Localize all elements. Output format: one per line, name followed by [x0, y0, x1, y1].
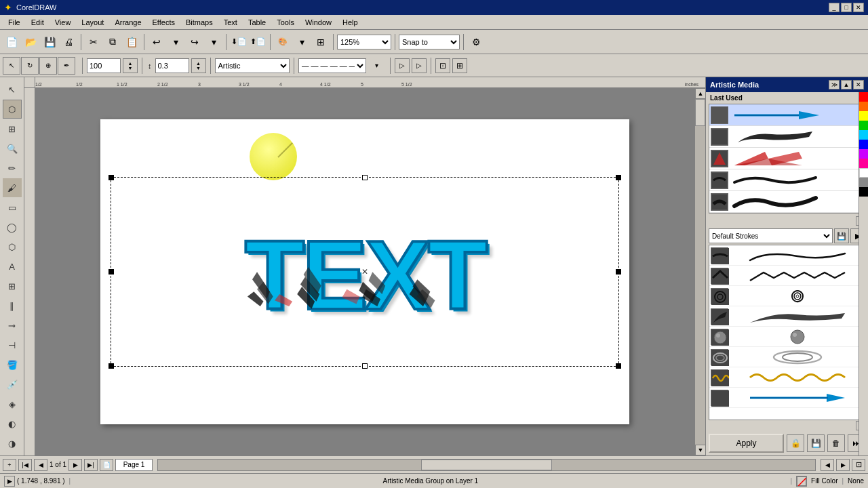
save-btn[interactable]: 💾	[807, 434, 825, 452]
vertical-scrollbar[interactable]: ▲ ▼	[694, 88, 705, 455]
panel-minimize-btn[interactable]: ▲	[841, 80, 852, 89]
undo-button[interactable]: ↩	[148, 33, 165, 51]
menu-window[interactable]: Window	[300, 17, 337, 28]
tool-text[interactable]: A	[3, 257, 22, 276]
stroke-row-8[interactable]	[709, 388, 865, 408]
minimize-button[interactable]: _	[829, 3, 840, 12]
color-pink[interactable]	[859, 159, 868, 168]
handle-tm[interactable]	[362, 175, 368, 180]
tool-parallel[interactable]: ∥	[3, 296, 22, 315]
color-mode-dropdown[interactable]: ▾	[293, 33, 311, 51]
tool-measure[interactable]: ⊣	[3, 336, 22, 354]
menu-view[interactable]: View	[50, 17, 77, 28]
zoom-select[interactable]: 125% 100% 75% 50%	[337, 35, 391, 49]
handle-tr[interactable]	[616, 175, 621, 180]
redo-button[interactable]: ↪	[186, 33, 203, 51]
media-item-4[interactable]	[709, 169, 865, 191]
default-strokes-select[interactable]: Default Strokes	[709, 228, 833, 243]
lock-btn[interactable]: 🔒	[787, 434, 804, 452]
stroke-row-3[interactable]	[709, 286, 865, 306]
color-gray[interactable]	[859, 178, 868, 187]
stroke-row-2[interactable]	[709, 266, 865, 286]
undo-dropdown[interactable]: ▾	[167, 33, 184, 51]
scroll-left-btn[interactable]: ◀	[821, 459, 834, 471]
scroll-down-btn[interactable]: ▼	[695, 445, 705, 455]
dash-select[interactable]: — — — — — —	[298, 58, 366, 73]
tool-freehand[interactable]: ✏	[3, 159, 22, 178]
tool-rectangle[interactable]: ▭	[3, 198, 22, 217]
page-doc-btn[interactable]: 📄	[100, 459, 113, 471]
tool-ellipse[interactable]: ◯	[3, 218, 22, 237]
save-stroke-btn[interactable]: 💾	[834, 228, 849, 243]
dash-type-btn[interactable]: ▾	[368, 57, 386, 75]
scroll-track-v[interactable]	[695, 99, 705, 445]
page-prev-btn[interactable]: ◀	[34, 459, 47, 471]
apply-button[interactable]: Apply	[709, 434, 784, 453]
menu-bitmaps[interactable]: Bitmaps	[180, 17, 218, 28]
color-yellow[interactable]	[859, 111, 868, 121]
tool-rotate[interactable]: ↻	[21, 57, 39, 75]
page-name-input[interactable]	[115, 459, 153, 471]
horizontal-scrollbar[interactable]	[157, 459, 816, 471]
menu-tools[interactable]: Tools	[271, 17, 300, 28]
width-input[interactable]	[155, 58, 189, 73]
tool-polygon[interactable]: ⬡	[3, 237, 22, 256]
handle-ml[interactable]	[108, 269, 114, 274]
cut-button[interactable]: ✂	[85, 33, 102, 51]
scroll-thumb-v[interactable]	[695, 99, 705, 126]
tool-zoom[interactable]: 🔍	[3, 139, 22, 158]
tool-interactive-fill[interactable]: ◈	[3, 394, 22, 413]
stroke-row-4[interactable]	[709, 306, 865, 327]
tool-connector[interactable]: ⊸	[3, 316, 22, 335]
delete-btn[interactable]: 🗑	[827, 434, 845, 452]
tool-transparency[interactable]: ◑	[3, 434, 22, 453]
end-arrow-btn[interactable]: ▷	[412, 58, 427, 73]
copy-button[interactable]: ⧉	[104, 33, 121, 51]
menu-table[interactable]: Table	[243, 17, 271, 28]
color-black[interactable]	[859, 187, 868, 197]
redo-dropdown[interactable]: ▾	[205, 33, 222, 51]
menu-edit[interactable]: Edit	[26, 17, 50, 28]
panel-close-btn[interactable]: ✕	[853, 80, 864, 89]
fit-btn[interactable]: ⊡	[435, 58, 450, 73]
color-green[interactable]	[859, 121, 868, 130]
tool-artistic-media[interactable]: 🖌	[3, 178, 22, 197]
stroke-row-5[interactable]	[709, 327, 865, 347]
color-blue[interactable]	[859, 140, 868, 149]
menu-file[interactable]: File	[3, 17, 26, 28]
tool-pen[interactable]: ✒	[58, 57, 75, 75]
grid-btn[interactable]: ⊞	[452, 58, 467, 73]
tool-crop[interactable]: ⊞	[3, 119, 22, 138]
color-red[interactable]	[859, 92, 868, 102]
menu-effects[interactable]: Effects	[147, 17, 180, 28]
tool-select[interactable]: ↖	[3, 80, 22, 99]
tool-dropper[interactable]: 💉	[3, 375, 22, 394]
handle-bm[interactable]	[362, 363, 368, 369]
canvas-area[interactable]: TEXT	[35, 88, 694, 455]
print-button[interactable]: 🖨	[60, 33, 77, 51]
media-item-5[interactable]	[709, 191, 865, 213]
snap-to-select[interactable]: Snap to	[399, 35, 460, 49]
style-select[interactable]: Artistic	[215, 58, 290, 73]
canvas-wrapper[interactable]: 1/2 1/2 1 1/2 2 1/2 3 3 1/2 4 4 1/2 5 5 …	[24, 77, 705, 455]
color-orange[interactable]	[859, 102, 868, 111]
size-input[interactable]	[87, 58, 121, 73]
coord-options-btn[interactable]: ▶	[4, 476, 15, 487]
import-button[interactable]: ⬇📄	[230, 33, 248, 51]
start-arrow-btn[interactable]: ▷	[395, 58, 410, 73]
zoom-fit-btn[interactable]: ⊡	[852, 459, 865, 471]
handle-mr[interactable]	[616, 269, 621, 274]
tool-mirror[interactable]: ⊕	[39, 57, 57, 75]
view-options-button[interactable]: ⊞	[312, 33, 330, 51]
color-white[interactable]	[859, 168, 868, 178]
stroke-row-7[interactable]	[709, 367, 865, 388]
stroke-row-6[interactable]	[709, 347, 865, 367]
maximize-button[interactable]: □	[841, 3, 852, 12]
media-item-1[interactable]	[709, 104, 865, 126]
handle-tl[interactable]	[108, 175, 114, 180]
color-mode-button[interactable]: 🎨	[274, 33, 292, 51]
scroll-up-btn[interactable]: ▲	[695, 88, 705, 99]
panel-expand-btn[interactable]: ≫	[829, 80, 840, 89]
menu-text[interactable]: Text	[218, 17, 243, 28]
export-button[interactable]: ⬆📄	[249, 33, 267, 51]
